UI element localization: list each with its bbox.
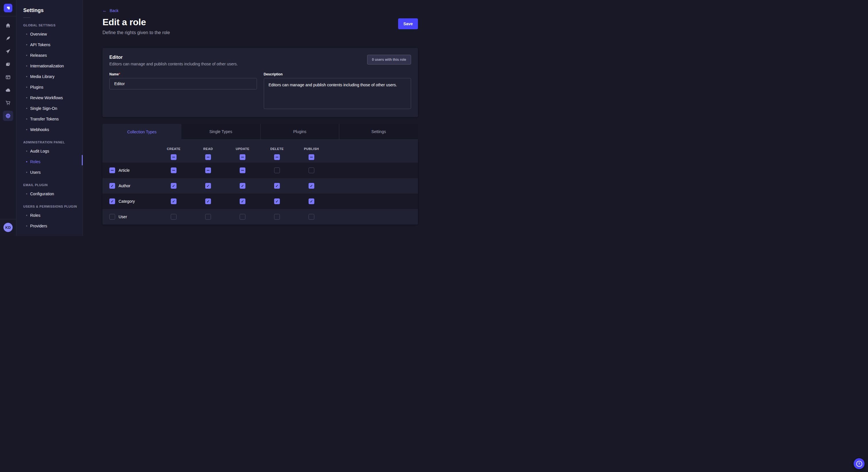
column-header-delete: DELETE [260,140,294,163]
permission-cell [191,183,225,189]
subnav-item-audit-logs[interactable]: Audit Logs [17,146,83,156]
name-input[interactable] [110,78,257,90]
nav-cloud-button[interactable] [3,85,13,95]
tab-plugins[interactable]: Plugins [260,124,339,140]
user-update-checkbox[interactable] [240,214,245,220]
column-label: DELETE [270,147,284,150]
author-read-checkbox[interactable] [205,183,211,189]
cloud-icon [5,88,11,93]
subnav-item-webhooks[interactable]: Webhooks [17,124,83,135]
article-update-checkbox[interactable] [240,167,245,173]
article-delete-checkbox[interactable] [274,167,280,173]
subnav-item-releases[interactable]: Releases [17,50,83,61]
home-icon [5,23,11,28]
avatar[interactable]: KD [3,223,12,232]
column-header-publish: PUBLISH [294,140,329,163]
author-publish-checkbox[interactable] [309,183,314,189]
nav-media-library-button[interactable] [3,59,13,69]
subnav-item-roles[interactable]: Roles [17,210,83,221]
permission-cell [191,198,225,204]
nav-home-button[interactable] [3,20,13,31]
user-read-checkbox[interactable] [205,214,211,220]
subnav-item-label: Users [30,170,41,175]
user-create-checkbox[interactable] [171,214,177,220]
subnav-item-label: Single Sign-On [30,106,57,111]
select-all-create-checkbox[interactable] [171,154,177,160]
article-read-checkbox[interactable] [205,167,211,173]
subnav-item-users[interactable]: Users [17,167,83,177]
row-name-cell: User [110,214,156,220]
author-update-checkbox[interactable] [240,183,245,189]
article-publish-checkbox[interactable] [309,167,314,173]
nav-layout-button[interactable] [3,72,13,82]
select-all-delete-checkbox[interactable] [274,154,280,160]
description-textarea[interactable]: Editors can manage and publish contents … [264,78,411,109]
subnav-item-configuration[interactable]: Configuration [17,189,83,199]
category-delete-checkbox[interactable] [274,198,280,204]
user-delete-checkbox[interactable] [274,214,280,220]
strapi-logo[interactable] [4,4,12,12]
subnav-item-media-library[interactable]: Media Library [17,71,83,82]
category-read-checkbox[interactable] [205,198,211,204]
select-all-publish-checkbox[interactable] [309,154,314,160]
bullet-icon [26,55,27,56]
author-create-checkbox[interactable] [171,183,177,189]
subnav-item-roles[interactable]: Roles [17,156,83,167]
select-all-update-checkbox[interactable] [240,154,245,160]
row-category-checkbox[interactable] [110,198,115,204]
row-article-checkbox[interactable] [110,167,115,173]
permission-cell [260,214,294,220]
back-link[interactable]: ← Back [102,8,119,13]
subnav-item-single-sign-on[interactable]: Single Sign-On [17,103,83,113]
users-with-role-button[interactable]: 0 users with this role [367,55,411,65]
nav-marketplace-cart-button[interactable] [3,98,13,108]
row-label: Author [119,183,130,188]
permission-row-author: Author [102,178,418,194]
subnav-item-providers[interactable]: Providers [17,221,83,231]
row-user-checkbox[interactable] [110,214,115,220]
name-field-group: Name* [110,72,257,110]
permission-cell [156,183,191,189]
subnav-item-label: Review Workflows [30,96,63,100]
back-arrow-icon: ← [102,8,107,13]
column-label: PUBLISH [304,147,319,150]
article-create-checkbox[interactable] [171,167,177,173]
strapi-logo-icon [6,6,11,11]
nav-feather-button[interactable] [3,33,13,43]
tab-collection-types[interactable]: Collection Types [102,124,181,140]
category-create-checkbox[interactable] [171,198,177,204]
subnav-item-label: Configuration [30,192,54,196]
role-description-text: Editors can manage and publish contents … [110,62,238,66]
select-all-read-checkbox[interactable] [205,154,211,160]
tab-settings[interactable]: Settings [339,124,418,140]
rail-divider [0,16,16,16]
bullet-icon [26,193,27,194]
nav-paper-plane-button[interactable] [3,46,13,57]
column-label: READ [203,147,213,150]
permission-cell [260,198,294,204]
save-button[interactable]: Save [398,19,418,29]
subnav-item-plugins[interactable]: Plugins [17,82,83,92]
main-nav-rail: KD [0,0,17,236]
permission-cell [225,167,260,173]
bullet-icon [26,119,27,120]
subnav-item-api-tokens[interactable]: API Tokens [17,39,83,50]
permission-row-article: Article [102,163,418,178]
subnav-item-internationalization[interactable]: Internationalization [17,61,83,71]
row-label: Category [119,199,135,204]
page-subtitle: Define the rights given to the role [102,30,170,35]
row-name-cell: Author [110,183,156,189]
user-publish-checkbox[interactable] [309,214,314,220]
row-author-checkbox[interactable] [110,183,115,189]
subnav-item-transfer-tokens[interactable]: Transfer Tokens [17,113,83,124]
subnav-item-overview[interactable]: Overview [17,29,83,39]
role-card-header-text: Editor Editors can manage and publish co… [110,55,238,66]
name-label-text: Name [110,72,119,76]
tab-single-types[interactable]: Single Types [181,124,260,140]
author-delete-checkbox[interactable] [274,183,280,189]
subnav-section: GLOBAL SETTINGSOverviewAPI TokensRelease… [17,24,83,135]
category-publish-checkbox[interactable] [309,198,314,204]
nav-settings-gear-button[interactable] [3,111,13,121]
subnav-item-review-workflows[interactable]: Review Workflows [17,92,83,103]
category-update-checkbox[interactable] [240,198,245,204]
